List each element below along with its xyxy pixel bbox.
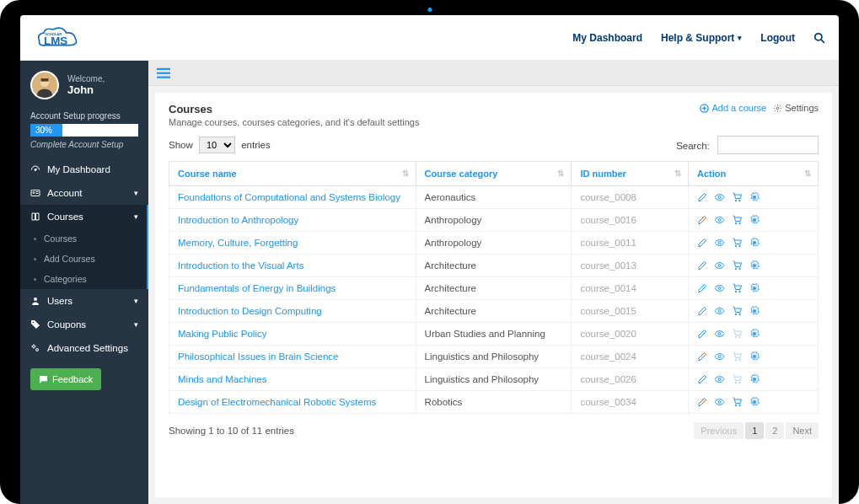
eye-icon[interactable] (714, 260, 725, 271)
gear-icon[interactable] (749, 260, 760, 271)
cart-icon[interactable] (732, 192, 743, 202)
eye-icon[interactable] (714, 397, 725, 407)
course-link[interactable]: Introduction to the Visual Arts (178, 260, 303, 271)
edit-icon[interactable] (697, 283, 707, 293)
edit-icon[interactable] (697, 215, 707, 225)
eye-icon[interactable] (714, 351, 725, 362)
eye-icon[interactable] (714, 283, 725, 293)
sidebar-subitem-categories[interactable]: Categories (20, 269, 148, 289)
search-icon[interactable] (813, 32, 825, 44)
col-course-name[interactable]: Course name⇅ (169, 162, 416, 186)
cart-icon[interactable] (732, 306, 743, 316)
edit-icon[interactable] (697, 238, 707, 248)
add-course-link[interactable]: Add a course (700, 103, 766, 113)
svg-line-8 (35, 169, 37, 170)
sidebar-item-label: Users (47, 296, 72, 306)
eye-icon[interactable] (714, 374, 725, 384)
gear-icon[interactable] (749, 215, 760, 225)
page-next[interactable]: Next (786, 422, 819, 439)
cart-icon[interactable] (732, 283, 743, 293)
table-row: Introduction to the Visual ArtsArchitect… (169, 255, 819, 277)
svg-point-50 (739, 314, 741, 315)
col-id-number[interactable]: ID number⇅ (572, 162, 689, 186)
sidebar-subitem-add-courses[interactable]: Add Courses (20, 249, 148, 269)
edit-icon[interactable] (697, 351, 707, 362)
nav-dashboard[interactable]: My Dashboard (572, 32, 642, 44)
page-1[interactable]: 1 (745, 422, 764, 439)
search-input[interactable] (717, 136, 819, 154)
course-link[interactable]: Minds and Machines (178, 374, 266, 384)
action-icons (697, 215, 809, 225)
feedback-button[interactable]: Feedback (30, 368, 101, 390)
svg-point-41 (735, 268, 737, 270)
cart-icon[interactable] (732, 329, 743, 339)
settings-label: Settings (785, 103, 819, 113)
course-link[interactable]: Philosophical Issues in Brain Science (178, 351, 339, 362)
page-prev[interactable]: Previous (694, 422, 744, 439)
nav-logout[interactable]: Logout (760, 32, 795, 44)
sidebar-item-courses[interactable]: Courses▾ (20, 205, 148, 228)
panel-head: Courses Manage courses, courses categori… (169, 103, 819, 127)
avatar[interactable] (30, 71, 59, 99)
course-link[interactable]: Introduction to Anthropology (178, 215, 298, 225)
course-link[interactable]: Memory, Culture, Forgetting (178, 238, 298, 248)
cart-icon[interactable] (732, 397, 743, 407)
add-course-label: Add a course (711, 103, 766, 113)
eye-icon[interactable] (714, 238, 725, 248)
sidebar-item-label: My Dashboard (47, 164, 110, 174)
edit-icon[interactable] (697, 397, 707, 407)
svg-point-40 (718, 265, 721, 267)
sidebar-item-my-dashboard[interactable]: My Dashboard (20, 158, 148, 181)
hamburger-icon[interactable] (157, 67, 170, 79)
cart-icon[interactable] (732, 260, 743, 271)
edit-icon[interactable] (697, 306, 707, 316)
sidebar-item-coupons[interactable]: Coupons▾ (20, 313, 148, 336)
logo[interactable]: SCHOLARLMS (34, 23, 101, 53)
sidebar-item-account[interactable]: Account▾ (20, 181, 148, 205)
eye-icon[interactable] (714, 329, 725, 339)
eye-icon[interactable] (714, 306, 725, 316)
page-2[interactable]: 2 (765, 422, 784, 439)
edit-icon[interactable] (697, 260, 707, 271)
course-link[interactable]: Design of Electromechanical Robotic Syst… (178, 397, 376, 407)
cart-icon[interactable] (732, 374, 743, 384)
speedometer-icon (30, 164, 40, 174)
edit-icon[interactable] (697, 192, 707, 202)
nav-help[interactable]: Help & Support ▾ (661, 32, 742, 44)
gear-icon[interactable] (749, 374, 760, 384)
sidebar-subitem-courses[interactable]: Courses (20, 228, 148, 249)
eye-icon[interactable] (714, 192, 725, 202)
edit-icon[interactable] (697, 329, 707, 339)
settings-link[interactable]: Settings (773, 103, 819, 113)
cart-icon[interactable] (732, 238, 743, 248)
course-link[interactable]: Fundamentals of Energy in Buildings (178, 283, 336, 293)
svg-point-35 (753, 219, 755, 222)
col-course-category[interactable]: Course category⇅ (416, 162, 572, 186)
sidebar-item-users[interactable]: Users▾ (20, 289, 148, 313)
course-link[interactable]: Foundations of Computational and Systems… (178, 192, 400, 202)
cart-icon[interactable] (732, 215, 743, 225)
gear-icon[interactable] (749, 238, 760, 248)
gear-icon[interactable] (749, 192, 760, 202)
svg-point-55 (753, 333, 755, 335)
course-link[interactable]: Introduction to Design Computing (178, 306, 322, 316)
svg-point-43 (753, 265, 755, 267)
entries-select[interactable]: 10 (199, 137, 235, 153)
panel-subtitle: Manage courses, courses categories, and … (169, 117, 419, 127)
gear-icon[interactable] (749, 283, 760, 293)
gear-icon[interactable] (749, 351, 760, 362)
gear-icon[interactable] (749, 397, 760, 407)
svg-rect-6 (41, 78, 49, 82)
gear-icon[interactable] (749, 329, 760, 339)
course-category: Urban Studies and Planning (416, 323, 572, 346)
eye-icon[interactable] (714, 215, 725, 225)
edit-icon[interactable] (697, 374, 707, 384)
cart-icon[interactable] (732, 351, 743, 362)
sidebar-item-advanced-settings[interactable]: Advanced Settings (20, 336, 148, 360)
complete-setup-link[interactable]: Complete Account Setup (30, 140, 138, 149)
search-control: Search: (676, 136, 819, 154)
col-action[interactable]: Action⇅ (688, 162, 818, 186)
panel: Courses Manage courses, courses categori… (155, 93, 832, 497)
course-link[interactable]: Making Public Policy (178, 329, 266, 339)
gear-icon[interactable] (749, 306, 760, 316)
